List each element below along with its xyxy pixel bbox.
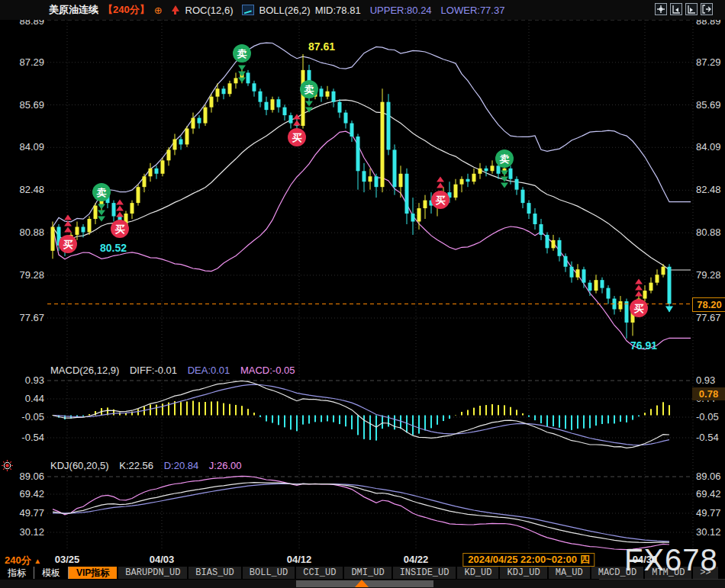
shift-axis-left-icon[interactable] [670, 3, 682, 15]
indicator-button[interactable]: INSIDE_UD [393, 567, 456, 579]
candle-body [607, 288, 611, 299]
candle-body [320, 88, 324, 96]
candle-body [198, 118, 201, 124]
macd-histogram-bar [82, 416, 84, 416]
candle-body [332, 92, 336, 102]
macd-label: MACD(26,12,9) [50, 365, 119, 376]
sell-signal-label: 卖 [500, 153, 510, 165]
macd-diff-value: DIFF:-0.01 [130, 365, 177, 376]
sell-signal-triangle-icon [305, 101, 313, 107]
macd-histogram-bar [223, 403, 224, 416]
macd-axis-tick: 0.44 [0, 394, 44, 404]
candle-body [369, 176, 372, 182]
macd-histogram-bar [339, 416, 340, 425]
price-axis-tick: 80.88 [696, 227, 725, 238]
candle-body [656, 275, 659, 282]
candle-body [253, 83, 256, 91]
boll-chart-icon[interactable] [242, 5, 254, 15]
macd-histogram-bar [534, 416, 536, 421]
candle-body [649, 283, 653, 291]
macd-histogram-bar [333, 416, 334, 423]
kdj-d-value: D:20.84 [164, 460, 199, 471]
macd-bar-value: MACD:-0.05 [240, 365, 295, 376]
macd-histogram-bar [382, 416, 383, 429]
macd-histogram-bar [565, 416, 566, 429]
macd-histogram-bar [479, 406, 481, 415]
candle-body [326, 92, 330, 97]
price-axis-tick: 79.28 [696, 270, 725, 281]
macd-histogram-bar [229, 404, 230, 416]
price-annotation: 87.61 [308, 40, 335, 53]
candle-body [485, 169, 488, 171]
candle-body [454, 185, 458, 198]
chart-application: 买卖买卖买卖买卖买87.6180.5276.91 美原油连续 【240分】 ⊕ … [0, 0, 725, 588]
candle-body [619, 301, 623, 309]
candle-body [362, 171, 366, 182]
candle-body [381, 102, 385, 188]
macd-histogram-bar [626, 416, 627, 423]
time-axis-period[interactable]: 240分 ▲ [5, 554, 41, 567]
macd-histogram-bar [540, 416, 542, 424]
price-axis-tick: 82.48 [696, 185, 725, 195]
indicator-button[interactable]: KD_UD [457, 567, 498, 579]
sell-signal-label: 卖 [97, 187, 107, 198]
buy-signal-triangle-icon [64, 227, 72, 233]
macd-histogram-bar [650, 409, 652, 415]
macd-histogram-bar [162, 403, 163, 415]
candle-body [234, 78, 238, 83]
candle-body [527, 203, 531, 214]
macd-histogram-bar [351, 416, 353, 429]
buy-signal-triangle-icon [116, 200, 124, 205]
macd-histogram-bar [296, 416, 298, 432]
toolbar-tab[interactable]: 模板 [34, 567, 69, 579]
crosshair-icon[interactable] [655, 3, 667, 15]
scrollbar-handle-icon[interactable] [355, 580, 369, 587]
shift-axis-right-icon[interactable] [685, 3, 698, 15]
sell-signal-triangle-icon [98, 210, 105, 216]
chart-scrollbar[interactable] [0, 580, 725, 588]
macd-histogram-bar [272, 416, 273, 423]
indicator-button[interactable]: DMI_UD [344, 567, 391, 579]
boll-lower-line [53, 131, 691, 349]
price-axis-tick: 77.67 [0, 313, 44, 323]
indicator-button[interactable]: BOLL_UD [243, 567, 295, 579]
toolbar-tab-active[interactable]: VIP指标 [69, 567, 117, 579]
macd-histogram-bar [473, 408, 475, 416]
macd-histogram-bar [638, 416, 640, 417]
macd-histogram-bar [180, 402, 182, 415]
add-indicator-icon[interactable]: ⊕ [154, 5, 163, 16]
candle-body [210, 97, 214, 108]
indicator-button[interactable]: MA_UD [549, 567, 590, 579]
macd-histogram-bar [498, 405, 499, 415]
macd-histogram-bar [467, 410, 469, 416]
indicator-button[interactable]: BARUPDN_UD [118, 567, 187, 579]
indicator-button[interactable]: CCI_UD [296, 567, 343, 579]
indicator-button[interactable]: KDJ_UD [500, 567, 546, 579]
macd-axis-tick: 0.93 [0, 375, 44, 386]
candle-body [76, 227, 79, 234]
toolbar-tab[interactable]: 指标 [0, 567, 34, 579]
indicator-button[interactable]: BIAS_UD [188, 567, 240, 579]
candle-body [338, 102, 342, 113]
macd-histogram-bar [369, 416, 371, 440]
macd-histogram-bar [583, 416, 585, 429]
macd-histogram-bar [461, 412, 462, 415]
kdj-k-value: K:22.56 [119, 460, 153, 471]
candle-body [643, 291, 647, 298]
time-axis: 240分 ▲ 2024/04/25 22:00~02:00 四 03/2504/… [0, 553, 725, 567]
sell-signal-triangle-icon [238, 78, 246, 83]
restore-view-icon[interactable] [701, 3, 713, 15]
buy-signal-triangle-icon [116, 206, 124, 211]
alert-icon[interactable] [2, 460, 13, 474]
macd-histogram-bar [363, 416, 365, 439]
candle-body [301, 70, 305, 126]
macd-histogram-bar [607, 416, 609, 424]
macd-axis-tick: -0.05 [696, 412, 725, 423]
candle-body [283, 108, 287, 115]
candle-body [185, 129, 189, 145]
macd-histogram-bar [394, 416, 395, 430]
candle-body [552, 240, 556, 248]
price-axis-tick: 77.67 [696, 313, 725, 323]
macd-histogram-bar [278, 416, 279, 426]
macd-histogram-bar [241, 406, 243, 415]
